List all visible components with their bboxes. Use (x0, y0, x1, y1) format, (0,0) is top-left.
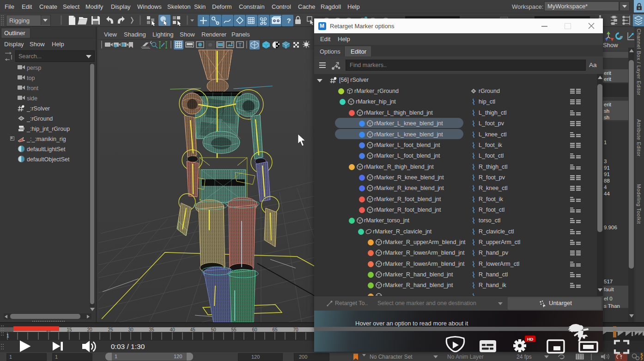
svg-text:HD: HD (527, 337, 534, 342)
svg-text:0:03 / 1:30: 0:03 / 1:30 (111, 343, 145, 350)
svg-text:?: ? (286, 17, 291, 24)
